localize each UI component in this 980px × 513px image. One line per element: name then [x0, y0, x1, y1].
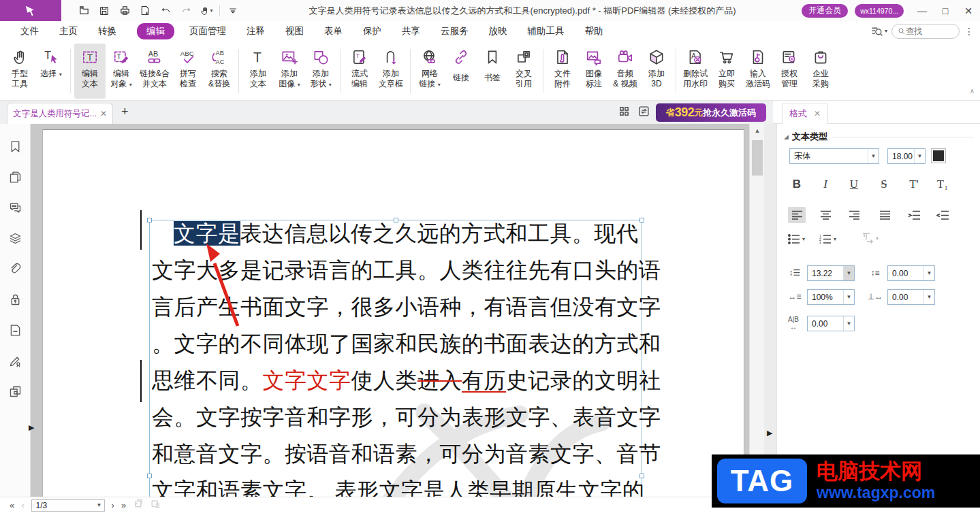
collapse-ribbon-icon[interactable]: ∧	[970, 87, 975, 95]
link-button[interactable]: 链接	[445, 44, 477, 99]
flow-edit-button[interactable]: T流式编辑	[344, 44, 375, 99]
chevron-down-icon[interactable]: ▼	[843, 266, 854, 280]
font-size-select[interactable]: 18.00 ▼	[887, 148, 926, 164]
document-text-line[interactable]: 文字大多是记录语言的工具。人类往往先有口头的语	[152, 252, 661, 288]
buy-now-button[interactable]: 立即购买	[711, 44, 742, 99]
new-document-button[interactable]	[135, 3, 155, 19]
add-image-button[interactable]: 添加图像 ▾	[274, 44, 305, 99]
chevron-down-icon[interactable]: ▼	[914, 149, 925, 163]
promo-banner[interactable]: 省392元抢永久激活码	[656, 103, 766, 122]
tab-close-icon[interactable]: ✕	[100, 109, 107, 118]
linked-files-icon[interactable]	[7, 384, 22, 399]
italic-button[interactable]: I	[815, 176, 836, 193]
align-justify-button[interactable]	[876, 207, 894, 223]
text-type-section-header[interactable]: ◢ 文本类型	[784, 131, 975, 143]
scrollbar-thumb[interactable]	[752, 140, 763, 176]
bookmarks-icon[interactable]	[7, 139, 22, 154]
next-page-button[interactable]: ›	[112, 500, 114, 510]
more-options-icon[interactable]: ⋮	[964, 26, 975, 37]
document-text-line[interactable]: 文字是表达信息以传之久远的方式和工具。现代	[174, 215, 639, 252]
edit-text-button[interactable]: T编辑文本	[74, 44, 106, 99]
activation-code-button[interactable]: 输入激活码	[742, 44, 774, 99]
font-family-select[interactable]: 宋体 ▼	[789, 148, 879, 164]
bullet-list-button[interactable]: ▾	[788, 234, 805, 244]
menu-item-6[interactable]: 视图	[285, 25, 304, 37]
vertical-offset-select[interactable]: 0.00 ▼	[887, 289, 935, 305]
undo-button[interactable]	[155, 3, 176, 19]
page-indicator[interactable]: 1/3 ▼	[31, 499, 105, 512]
strikethrough-button[interactable]: S	[874, 176, 894, 193]
bold-button[interactable]: B	[787, 176, 807, 193]
char-spacing-select[interactable]: 0.00 ▼	[887, 265, 935, 281]
edit-object-button[interactable]: T编辑对象 ▾	[106, 44, 137, 99]
menu-item-4[interactable]: 页面管理	[189, 25, 226, 37]
bookmark-button[interactable]: 书签	[477, 44, 508, 99]
menu-item-13[interactable]: 帮助	[585, 25, 603, 37]
search-replace-button[interactable]: ABAC搜索&替换	[204, 44, 235, 99]
license-manage-button[interactable]: 授权管理	[774, 44, 805, 99]
add-shape-button[interactable]: 添加形状 ▾	[305, 44, 336, 99]
underline-button[interactable]: U	[844, 176, 864, 193]
horizontal-scale-select[interactable]: 100% ▼	[807, 289, 855, 305]
resize-handle[interactable]	[639, 218, 644, 222]
line-spacing-select[interactable]: 13.22 ▼	[807, 265, 855, 281]
destinations-icon[interactable]	[7, 322, 22, 337]
resize-handle[interactable]	[147, 218, 152, 222]
pdf-page[interactable]: 文字是表达信息以传之久远的方式和工具。现代文字大多是记录语言的工具。人类往往先有…	[42, 129, 744, 497]
grid-view-icon[interactable]	[618, 105, 630, 120]
open-file-button[interactable]	[74, 3, 94, 19]
menu-item-0[interactable]: 文件	[20, 25, 39, 37]
sidebar-expand-icon[interactable]: ▶	[29, 423, 34, 432]
resize-handle[interactable]	[147, 474, 152, 478]
menu-item-10[interactable]: 云服务	[441, 25, 469, 37]
add-text-button[interactable]: T添加文本	[242, 44, 274, 99]
add-article-box-button[interactable]: 添加文章框	[375, 44, 407, 99]
switch-document-icon[interactable]	[638, 105, 650, 120]
attachments-icon[interactable]	[7, 261, 22, 276]
menu-item-2[interactable]: 转换	[98, 25, 116, 37]
document-text-line[interactable]: 文字和语素文字。 表形文字是人类早期原生文字的	[152, 472, 645, 497]
account-button[interactable]: wx114970...	[855, 4, 904, 18]
first-page-button[interactable]: «	[10, 500, 14, 510]
save-button[interactable]	[94, 3, 114, 19]
next-view-icon[interactable]	[150, 499, 160, 512]
menu-item-12[interactable]: 辅助工具	[528, 25, 565, 37]
redo-button[interactable]	[176, 3, 196, 19]
document-text-line[interactable]: 。文字的不同体现了国家和民族的书面表达的方式和	[152, 325, 661, 362]
menu-item-11[interactable]: 放映	[489, 25, 507, 37]
close-button[interactable]: ✕	[957, 0, 980, 21]
subscript-button[interactable]: T₁	[932, 176, 953, 193]
chevron-down-icon[interactable]: ▼	[923, 266, 934, 280]
last-page-button[interactable]: »	[121, 500, 126, 510]
kerning-select[interactable]: 0.00 ▼	[807, 316, 855, 331]
chevron-down-icon[interactable]: ▼	[923, 290, 934, 304]
document-tab[interactable]: 文字是人类用符号记... ✕	[7, 103, 113, 124]
align-left-button[interactable]	[788, 207, 806, 223]
menu-item-9[interactable]: 共享	[402, 25, 420, 37]
chevron-down-icon[interactable]: ▼	[843, 316, 854, 331]
advanced-search-icon[interactable]: ▾	[870, 26, 887, 37]
remove-watermark-button[interactable]: A删除试用水印	[680, 44, 711, 99]
superscript-button[interactable]: T'	[904, 176, 924, 193]
vertical-scrollbar[interactable]: ▲	[749, 124, 764, 497]
file-attachment-button[interactable]: 文件附件	[547, 44, 578, 99]
cross-reference-button[interactable]: 交叉引用	[508, 44, 539, 99]
web-link-button[interactable]: 网络链接 ▾	[414, 44, 445, 99]
scroll-up-icon[interactable]: ▲	[750, 124, 765, 137]
menu-item-5[interactable]: 注释	[247, 25, 265, 37]
chevron-down-icon[interactable]: ▼	[843, 290, 854, 304]
enterprise-purchase-button[interactable]: 企业采购	[805, 44, 836, 99]
audio-video-button[interactable]: 音频& 视频	[610, 44, 641, 99]
hand-tool-button[interactable]: 手型工具	[4, 44, 35, 99]
comments-icon[interactable]	[7, 200, 22, 215]
format-tab-close-icon[interactable]: ✕	[814, 109, 821, 118]
quick-access-dropdown[interactable]	[223, 3, 243, 19]
add-3d-button[interactable]: 添加3D	[641, 44, 672, 99]
document-text-line[interactable]: 会。文字按字音和字形，可分为表形文字、表音文字	[152, 399, 661, 435]
security-icon[interactable]	[7, 292, 22, 307]
numbered-list-button[interactable]: 123▾	[819, 234, 836, 244]
align-right-button[interactable]	[845, 207, 863, 223]
decrease-indent-button[interactable]	[934, 207, 951, 223]
menu-item-1[interactable]: 主页	[59, 25, 78, 37]
signature-icon[interactable]	[7, 353, 22, 368]
